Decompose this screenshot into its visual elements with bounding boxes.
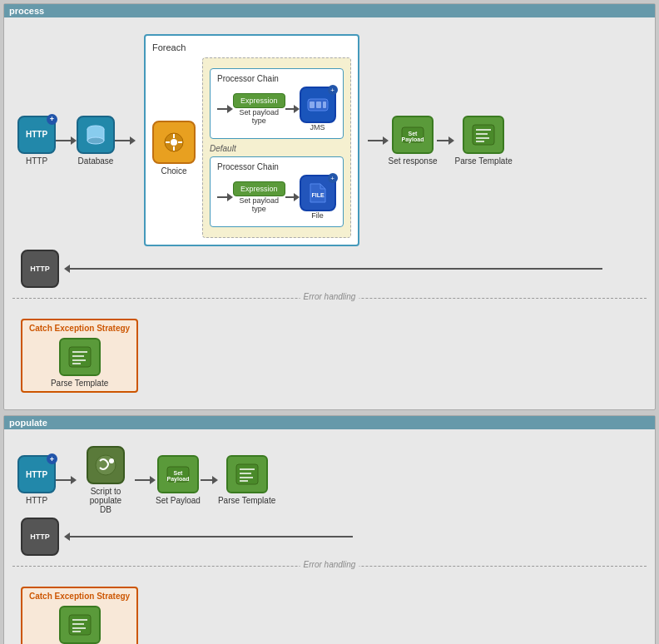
populate-http-badge: + xyxy=(47,453,57,464)
jms-chain-box: Processor Chain Expression xyxy=(210,68,344,139)
populate-set-payload-label: Set Payload xyxy=(156,496,201,505)
populate-parse-template-label: Parse Template xyxy=(218,496,275,505)
populate-catch-exception-box: Catch Exception Strategy Parse Templ xyxy=(21,587,138,644)
default-label: Default xyxy=(210,144,344,153)
svg-text:FILE: FILE xyxy=(311,192,324,198)
file-icon: + FILE xyxy=(300,175,336,211)
jms-icon: + xyxy=(300,87,336,123)
connector-4 xyxy=(437,136,454,145)
populate-parse-template-node[interactable]: Parse Template xyxy=(218,455,275,505)
choice-content-box: Processor Chain Expression xyxy=(202,57,351,238)
populate-error-handling: Error handling Catch Exception Strategy xyxy=(12,566,647,644)
svg-text:Set: Set xyxy=(409,131,419,136)
svg-point-30 xyxy=(109,458,114,463)
populate-http-return-node[interactable]: HTTP xyxy=(21,518,59,556)
http-label: HTTP xyxy=(26,156,47,166)
svg-point-29 xyxy=(96,455,116,475)
jms-connector-mid xyxy=(285,105,300,113)
populate-error-handling-label: Error handling xyxy=(300,560,359,569)
process-error-parse-icon xyxy=(59,338,101,376)
file-output-label: File xyxy=(311,211,324,220)
file-connector-mid xyxy=(285,193,300,201)
process-error-handling-label: Error handling xyxy=(300,292,359,301)
populate-flow-title: populate xyxy=(9,418,47,428)
populate-parse-template-icon xyxy=(226,455,268,493)
foreach-box: Foreach xyxy=(144,34,359,246)
svg-rect-12 xyxy=(310,102,315,108)
process-parse-template-node[interactable]: Parse Template xyxy=(454,116,512,166)
connector-2 xyxy=(115,136,136,145)
process-flow-title: process xyxy=(9,6,44,16)
file-expression-node[interactable]: Expression Set payload type xyxy=(233,181,285,213)
set-response-icon: Set Payload xyxy=(392,116,434,154)
svg-text:Payload: Payload xyxy=(402,136,424,143)
process-flow-body: + HTTP HTTP xyxy=(4,17,655,409)
process-http-node[interactable]: + HTTP HTTP xyxy=(17,116,56,166)
jms-connector-in xyxy=(217,105,233,113)
pop-parse-template-svg xyxy=(235,462,260,487)
set-payload-svg: Set Payload xyxy=(400,122,425,147)
process-catch-label: Catch Exception Strategy xyxy=(29,324,130,333)
populate-http-node[interactable]: + HTTP HTTP xyxy=(17,455,56,505)
jms-badge: + xyxy=(328,85,338,95)
populate-catch-label: Catch Exception Strategy xyxy=(29,592,130,601)
process-catch-exception-box: Catch Exception Strategy Parse Templ xyxy=(21,319,138,393)
default-chain-box: Processor Chain Expression xyxy=(210,156,344,227)
parse-template-icon xyxy=(463,116,504,154)
groovy-node[interactable]: Script to populate DB xyxy=(77,446,135,514)
pop-connector-2 xyxy=(135,476,156,484)
connector-1 xyxy=(56,136,77,145)
jms-output-label: JMS xyxy=(310,123,325,131)
process-database-node[interactable]: Database xyxy=(77,116,115,166)
parse-template-svg xyxy=(471,122,496,147)
jms-queue-icon xyxy=(307,96,329,114)
populate-http-label: HTTP xyxy=(26,496,47,505)
choice-label: Choice xyxy=(161,166,186,176)
process-error-row: Catch Exception Strategy Parse Templ xyxy=(12,302,647,401)
populate-error-row: Catch Exception Strategy Parse Templ xyxy=(12,570,647,644)
jms-chain-row: Expression Set payload type xyxy=(217,87,336,131)
badge-plus: + xyxy=(47,114,57,125)
pop-connector-3 xyxy=(201,476,218,484)
populate-return-row: HTTP xyxy=(12,514,647,559)
process-flow: process + HTTP HTTP xyxy=(3,3,656,410)
populate-main-row: + HTTP HTTP Script to po xyxy=(12,438,647,523)
populate-http-icon: HTTP xyxy=(26,470,47,479)
default-chain-header: Processor Chain xyxy=(217,162,336,171)
populate-flow-body: + HTTP HTTP Script to po xyxy=(4,429,655,644)
jms-output-node[interactable]: + JMS xyxy=(300,87,336,131)
file-badge: + xyxy=(328,173,338,183)
svg-rect-14 xyxy=(323,102,326,108)
populate-flow: populate + HTTP HTTP xyxy=(3,415,656,644)
set-response-label: Set response xyxy=(389,156,438,166)
process-error-parse-label: Parse Template xyxy=(51,379,108,388)
jms-expression-icon: Expression xyxy=(233,93,285,108)
svg-point-10 xyxy=(171,139,177,146)
database-icon xyxy=(84,123,107,146)
populate-flow-header: populate xyxy=(4,416,655,429)
populate-set-payload-node[interactable]: Set Payload Set Payload xyxy=(156,455,201,505)
default-connector-in xyxy=(217,193,233,201)
database-label: Database xyxy=(78,156,114,166)
jms-chain-header: Processor Chain xyxy=(217,74,336,83)
process-http-return-node[interactable]: HTTP xyxy=(21,250,59,288)
default-chain-row: Expression Set payload type xyxy=(217,175,336,220)
connector-3 xyxy=(368,136,389,145)
choice-icon xyxy=(161,130,186,155)
set-response-node[interactable]: Set Payload Set response xyxy=(389,116,438,166)
groovy-label: Script to populate DB xyxy=(77,487,135,514)
http-icon: HTTP xyxy=(26,130,47,139)
choice-node[interactable]: Choice xyxy=(152,121,196,176)
file-expression-label: Set payload type xyxy=(234,196,284,213)
groovy-icon xyxy=(93,453,118,478)
file-output-node[interactable]: + FILE File xyxy=(300,175,336,220)
default-chain-container: Default Processor Chain xyxy=(210,144,344,227)
populate-error-node[interactable]: Parse Template xyxy=(29,606,130,644)
process-error-node[interactable]: Parse Template xyxy=(29,338,130,388)
file-svg-icon: FILE xyxy=(309,182,327,204)
process-main-row: + HTTP HTTP xyxy=(12,26,647,255)
populate-set-payload-icon: Set Payload xyxy=(157,455,199,493)
svg-rect-13 xyxy=(316,102,321,108)
jms-expression-node[interactable]: Expression Set payload type xyxy=(233,93,285,125)
file-expression-icon: Expression xyxy=(233,181,285,196)
